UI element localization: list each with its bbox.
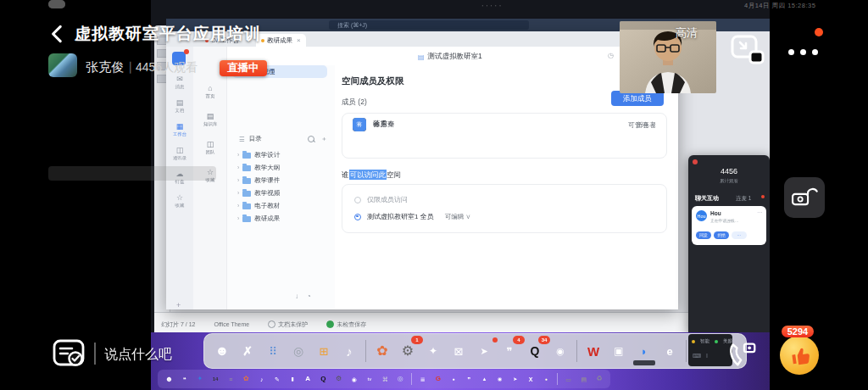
- dock-app-icon[interactable]: ✿: [240, 373, 253, 386]
- dock-app-icon[interactable]: ▣: [607, 339, 631, 363]
- more-menu-button[interactable]: [812, 49, 818, 55]
- dock-app-icon[interactable]: G: [431, 373, 444, 386]
- member-row[interactable]: 蒋 蒋东秦 可管理 ∨: [342, 114, 666, 136]
- dock-app-icon[interactable]: ♻: [593, 373, 605, 386]
- history-icon[interactable]: ◔: [307, 292, 311, 300]
- add-icon[interactable]: +: [176, 301, 181, 309]
- reject-button[interactable]: 拒绝: [714, 231, 729, 239]
- like-button[interactable]: [780, 336, 819, 375]
- dock-app-icon[interactable]: ☻: [163, 373, 175, 386]
- dock-app-icon[interactable]: ✦: [421, 339, 445, 363]
- dock-app-icon[interactable]: ◉: [548, 339, 572, 363]
- radio-unselected-icon[interactable]: [354, 197, 361, 203]
- chat-input[interactable]: [103, 343, 233, 366]
- dock-app-icon[interactable]: ⊞: [312, 339, 336, 363]
- add-icon[interactable]: ＋: [321, 135, 328, 143]
- permission-dropdown[interactable]: 可编辑 ∨: [445, 213, 471, 221]
- dock-app-icon[interactable]: ❞: [463, 373, 476, 386]
- dock-app-icon[interactable]: ✎: [270, 373, 283, 386]
- tree-folder-item[interactable]: › 电子教材: [232, 199, 332, 212]
- radio-selected-icon[interactable]: [354, 214, 361, 220]
- docs-rail-item[interactable]: ◫团队: [193, 140, 227, 156]
- download-icon[interactable]: ↓: [295, 292, 298, 300]
- dock-app-icon[interactable]: ❝: [178, 373, 191, 386]
- dock-app-icon[interactable]: ≣: [416, 373, 429, 386]
- docs-rail-item[interactable]: ▤知识库: [193, 112, 227, 128]
- chat-settings-icon[interactable]: [52, 337, 87, 370]
- search-input[interactable]: 搜索 (⌘+J): [329, 20, 529, 30]
- app-rail-item[interactable]: ▦工作台: [166, 122, 193, 138]
- dock-app-icon[interactable]: ➤: [509, 373, 521, 386]
- close-tab-icon[interactable]: ×: [297, 36, 301, 44]
- tree-folder-item[interactable]: › 教学视频: [232, 187, 332, 199]
- tree-folder-item[interactable]: › 教研成果: [232, 212, 332, 225]
- dock-app-icon[interactable]: ◗: [632, 339, 656, 363]
- tree-folder-item[interactable]: › 教学大纲: [232, 161, 332, 174]
- streamer-avatar[interactable]: [48, 53, 77, 77]
- dock-app-icon[interactable]: X: [525, 373, 537, 386]
- tab-chat-interaction[interactable]: 聊天互动: [695, 194, 719, 203]
- dock-app-icon[interactable]: ✦: [193, 373, 206, 386]
- more-options-button[interactable]: ⋯: [732, 231, 747, 239]
- webcam-video[interactable]: [620, 21, 716, 93]
- dock-app-icon[interactable]: ●: [540, 373, 553, 386]
- access-option-members-only[interactable]: 仅限成员访问: [354, 195, 408, 204]
- dock-app-icon[interactable]: ⚙ 1: [396, 339, 420, 363]
- tab-mic-connect[interactable]: 连麦 1: [736, 195, 751, 203]
- dock-app-icon[interactable]: ✿: [370, 339, 394, 363]
- close-icon[interactable]: [693, 159, 698, 164]
- member-role[interactable]: 可管理 ∨: [628, 120, 656, 130]
- app-rail-item[interactable]: ◫通讯录: [166, 146, 193, 162]
- accept-button[interactable]: 同意: [696, 231, 711, 239]
- access-options-card: 仅限成员访问 测试虚拟教研室1 全员 可编辑 ∨: [342, 184, 667, 233]
- hd-quality-label[interactable]: 高清: [676, 25, 698, 41]
- dock-app-icon[interactable]: W: [581, 339, 605, 363]
- dock-app-icon[interactable]: ♪: [255, 373, 268, 386]
- panel-heading: 空间成员及权限: [342, 75, 404, 87]
- dock-app-icon[interactable]: ⌘: [379, 373, 392, 386]
- more-icon[interactable]: ⋯: [757, 209, 762, 214]
- dock-app-icon[interactable]: ◉: [493, 373, 506, 386]
- picture-in-picture-button[interactable]: [730, 34, 765, 66]
- app-rail-item[interactable]: ▤文档: [166, 98, 193, 114]
- dock-app-icon[interactable]: ▲: [478, 373, 491, 386]
- dock-app-icon[interactable]: ▮: [287, 373, 299, 386]
- dock-app-icon[interactable]: 14: [209, 373, 222, 386]
- notification-dot: [761, 195, 765, 198]
- dock-app-icon[interactable]: Q: [317, 373, 330, 386]
- live-stream-screen[interactable]: ∙ ∙ ∙ ∙ ∙ 幻灯片 7 / 12 Office Theme: [0, 0, 868, 390]
- more-menu-button[interactable]: [800, 49, 806, 55]
- tree-folder-item[interactable]: › 教学课件: [232, 174, 332, 187]
- ppt-status-item: 未检查保存: [326, 320, 366, 329]
- dock-app-icon[interactable]: ●: [448, 373, 460, 386]
- dock-app-icon[interactable]: ⚙: [332, 373, 345, 386]
- dock-app-icon[interactable]: ≡: [225, 373, 237, 386]
- dock-app-icon[interactable]: A: [302, 373, 314, 386]
- dock-app-icon[interactable]: ❞ 4: [498, 339, 521, 363]
- app-rail-item[interactable]: ☆收藏: [166, 193, 193, 209]
- app-rail-item[interactable]: ✉消息: [166, 75, 193, 91]
- dock-app-icon[interactable]: tv: [363, 373, 376, 386]
- history-icon[interactable]: ◷: [608, 52, 614, 59]
- dock-app-icon[interactable]: Q 34: [523, 339, 547, 363]
- tab-teaching-results[interactable]: 教研成果 ×: [256, 34, 306, 47]
- dock-app-icon[interactable]: ⊠: [447, 339, 470, 363]
- dock-app-icon[interactable]: ◎: [394, 373, 407, 386]
- dock-app-icon[interactable]: ✗: [236, 339, 259, 363]
- dock-app-icon[interactable]: ➤: [472, 339, 496, 363]
- rotation-lock-button[interactable]: [784, 177, 825, 218]
- dock-app-icon[interactable]: ⠿: [261, 339, 285, 363]
- dock-app-icon[interactable]: e: [658, 339, 682, 363]
- access-option-all-staff[interactable]: 测试虚拟教研室1 全员 可编辑 ∨: [354, 212, 471, 221]
- search-icon[interactable]: [308, 136, 314, 142]
- dock-app-icon[interactable]: ♪: [337, 339, 361, 363]
- more-menu-button[interactable]: [788, 49, 794, 55]
- video-call-button[interactable]: [727, 337, 760, 370]
- tree-folder-item[interactable]: › 教学设计: [232, 148, 332, 161]
- back-button[interactable]: [47, 23, 69, 45]
- dock-app-icon[interactable]: ▭: [562, 373, 575, 386]
- dock-app-icon[interactable]: ◉: [348, 373, 360, 386]
- docs-rail-item[interactable]: ⌂首页: [193, 84, 227, 100]
- dock-app-icon[interactable]: ▤: [577, 373, 590, 386]
- dock-app-icon[interactable]: ◎: [287, 339, 310, 363]
